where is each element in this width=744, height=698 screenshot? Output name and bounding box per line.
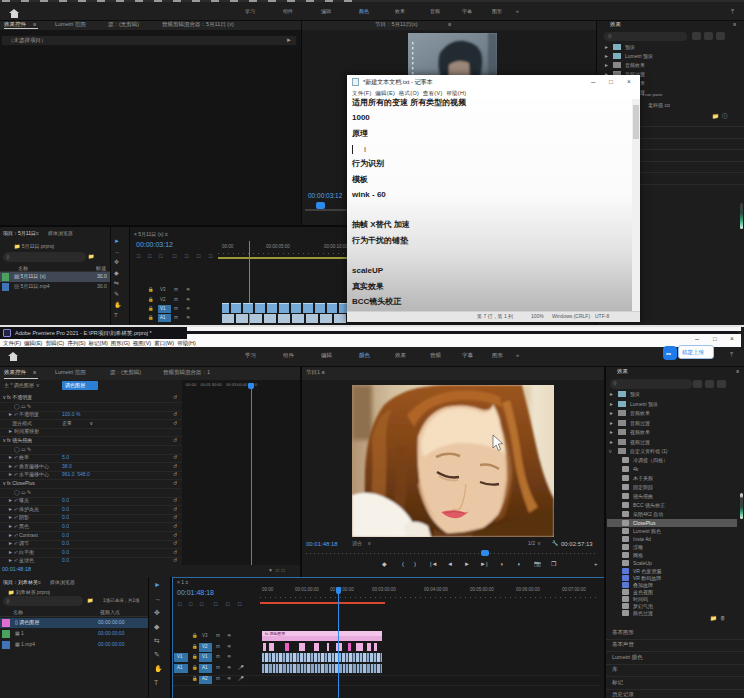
svg-text:▮: ▮ [412, 56, 414, 60]
svg-text:▮: ▮ [412, 61, 414, 65]
svg-text:▮: ▮ [412, 41, 414, 45]
svg-text:▮: ▮ [412, 66, 414, 70]
svg-text:▮: ▮ [412, 46, 414, 50]
svg-text:▮: ▮ [412, 51, 414, 55]
